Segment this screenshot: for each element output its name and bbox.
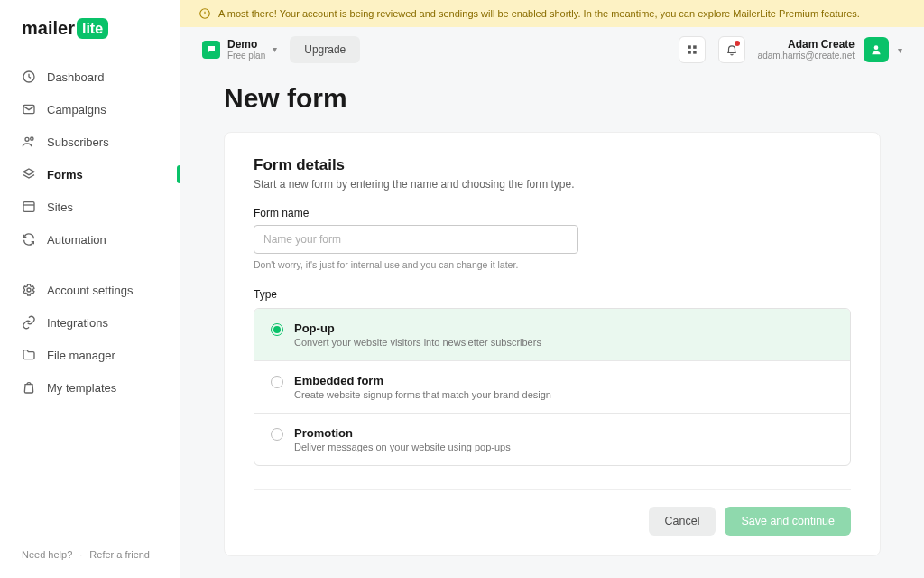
sidebar-item-label: Sites [47,200,73,214]
account-plan: Free plan [227,51,265,61]
radio-icon [271,376,283,388]
topbar: Demo Free plan ▾ Upgrade Adam Create ad [180,27,924,72]
grid-icon [686,43,698,56]
chevron-down-icon: ▾ [898,45,902,55]
sidebar-footer: Need help? · Refer a friend [0,549,180,560]
clock-icon [22,70,36,84]
sidebar-item-label: Dashboard [47,70,105,84]
save-continue-button[interactable]: Save and continue [725,507,851,536]
logo: mailerlite [0,18,180,61]
banner-text: Almost there! Your account is being revi… [218,8,860,19]
sidebar-item-label: Subscribers [47,135,109,149]
help-link[interactable]: Need help? [22,549,72,560]
svg-point-2 [25,138,29,142]
sidebar-item-integrations[interactable]: Integrations [0,306,180,339]
gear-icon [22,283,36,297]
svg-point-11 [874,45,879,50]
notifications-button[interactable] [718,36,745,63]
user-email: adam.harris@create.net [758,51,855,61]
sidebar-item-my-templates[interactable]: My templates [0,371,180,404]
page-title: New form [224,83,881,114]
option-desc: Convert your website visitors into newsl… [294,337,541,348]
form-details-card: Form details Start a new form by enterin… [224,132,881,556]
sidebar-item-label: Automation [47,233,106,247]
type-option-embedded[interactable]: Embedded form Create website signup form… [254,360,850,413]
sidebar-item-label: Campaigns [47,103,106,117]
svg-rect-8 [693,45,697,49]
page-content: New form Form details Start a new form b… [180,72,924,578]
users-icon [22,135,36,149]
sidebar-item-label: Account settings [47,284,133,297]
user-name: Adam Create [758,38,855,51]
chevron-down-icon: ▾ [273,44,277,54]
sidebar-item-subscribers[interactable]: Subscribers [0,126,180,158]
sidebar-item-campaigns[interactable]: Campaigns [0,93,180,126]
radio-icon [271,323,283,336]
user-menu[interactable]: Adam Create adam.harris@create.net ▾ [758,37,902,62]
option-desc: Deliver messages on your website using p… [294,442,511,452]
svg-rect-9 [688,51,691,54]
type-option-promotion[interactable]: Promotion Deliver messages on your websi… [254,413,850,465]
option-title: Promotion [294,426,511,440]
browser-icon [22,200,36,214]
form-actions: Cancel Save and continue [254,489,851,536]
main: Almost there! Your account is being revi… [180,0,924,578]
sidebar-item-label: My templates [47,381,116,395]
sidebar-item-dashboard[interactable]: Dashboard [0,61,180,93]
avatar [864,37,889,62]
separator-dot: · [79,549,82,560]
option-title: Embedded form [294,374,551,387]
envelope-icon [22,102,36,117]
section-subtitle: Start a new form by entering the name an… [254,178,851,191]
option-title: Pop-up [294,322,541,335]
refer-link[interactable]: Refer a friend [89,549,150,560]
sidebar-item-label: Integrations [47,316,108,330]
type-options: Pop-up Convert your website visitors int… [254,308,851,466]
cancel-button[interactable]: Cancel [649,507,716,536]
account-name: Demo [227,38,265,51]
svg-rect-7 [688,45,691,49]
link-icon [22,315,36,330]
form-name-input[interactable] [254,225,578,254]
layers-icon [22,167,36,182]
svg-point-3 [31,137,33,140]
sidebar-item-label: File manager [47,349,116,362]
option-desc: Create website signup forms that match y… [294,389,551,400]
svg-rect-10 [693,51,697,54]
account-switcher[interactable]: Demo Free plan ▾ [202,38,277,61]
apps-button[interactable] [679,36,706,63]
upgrade-button[interactable]: Upgrade [290,36,360,63]
section-title: Form details [254,156,851,174]
form-name-label: Form name [254,207,851,219]
type-option-popup[interactable]: Pop-up Convert your website visitors int… [254,308,851,361]
chat-icon [202,41,220,59]
logo-suffix: lite [77,18,108,39]
logo-text: mailer [22,18,75,39]
info-icon [199,7,211,20]
folder-icon [22,348,36,362]
notification-dot [735,41,740,46]
svg-rect-4 [23,202,34,212]
bag-icon [22,380,36,395]
sidebar-item-sites[interactable]: Sites [0,191,180,223]
sidebar-item-automation[interactable]: Automation [0,223,180,256]
sidebar-item-file-manager[interactable]: File manager [0,339,180,371]
radio-icon [271,428,283,441]
refresh-icon [22,232,36,247]
type-label: Type [254,288,851,301]
primary-nav: Dashboard Campaigns Subscribers Forms Si… [0,61,180,549]
sidebar-item-label: Forms [47,168,83,182]
sidebar-item-forms[interactable]: Forms [0,158,180,191]
review-banner: Almost there! Your account is being revi… [180,0,924,27]
form-name-hint: Don't worry, it's just for internal use … [254,259,851,270]
sidebar-item-account-settings[interactable]: Account settings [0,274,180,306]
svg-point-5 [27,288,31,292]
sidebar: mailerlite Dashboard Campaigns Subscribe… [0,0,180,578]
